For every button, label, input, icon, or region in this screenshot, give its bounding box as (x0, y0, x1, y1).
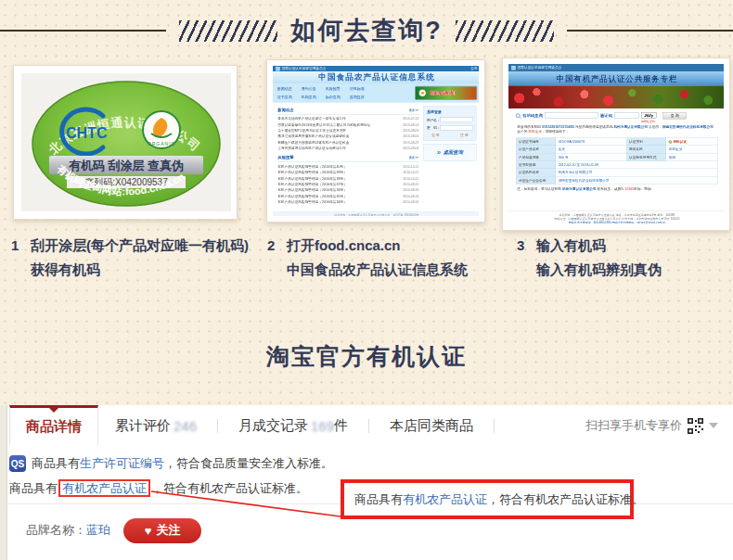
organic-logo-text: ORGANIC (148, 141, 175, 146)
section-title-row: 如何去查询? (0, 13, 733, 48)
site2-query-form: 有机码查询 验证码 262y 刷新验证码 查 询 (508, 108, 724, 122)
reviews-count: 246 (174, 418, 197, 434)
organic-cert-callout-box: 商品具有有机农产品认证，符合有机农产品认证标准。 (341, 479, 634, 519)
site1-nav-item: 法规标准 (350, 86, 365, 92)
site2-search-button: 查 询 (663, 112, 687, 119)
risk-item: 有机产品认证风险预警信息（2010年第34号）2010-08-16 (277, 199, 418, 205)
site1-nav-item: 通知公告 (302, 86, 316, 92)
site2-refresh-captcha-link: 刷新验证码 (641, 119, 655, 124)
table-row: 认证机构名称 杭州万泰认证有限公司 (516, 169, 718, 176)
heart-icon: ♥ (145, 524, 152, 538)
product-tabbar: 商品详情 累计评价 246 月成交记录 169 件 本店同类商品 扫扫享手机专享… (7, 405, 733, 446)
site2-query-label: 有机码查询 (522, 113, 543, 119)
production-license-link[interactable]: 生产许可证编号 (80, 456, 164, 470)
qr-code-icon (688, 418, 703, 434)
site1-news-header: 新闻动态 (277, 107, 293, 112)
slash-decoration-right-icon (456, 20, 554, 42)
site1-agency-name: 国家认证认可监督管理委员会 (282, 66, 327, 70)
organic-cert-badge-icon (669, 140, 672, 143)
site1-login-link: 登录 (470, 66, 477, 70)
site1-organic-code-banner: 有机码查询 (415, 86, 477, 100)
step2-line1: 打开food.cnca.cn (287, 234, 468, 258)
site1-password-input (441, 125, 473, 130)
site2-agency-name: 国家认证认可监督管理委员会 (518, 65, 562, 70)
site1-nav-item: 标识查询 (326, 95, 341, 100)
cnca-site-screenshot: 国家认证认可监督管理委员会 登录 中国食品农产品认证信息系统 新闻动态 通知公告… (273, 66, 479, 216)
slash-decoration-left-icon (179, 20, 277, 42)
chevron-down-icon (709, 423, 718, 428)
table-row: 产品包装规格 300 克 认证标志使用方式 加贴 (516, 153, 718, 160)
how-to-query-section: 如何去查询? (0, 0, 733, 405)
site2-code-input (546, 113, 598, 119)
taobao-cert-title: 淘宝官方有机认证 (0, 341, 733, 372)
qs-cert-line: QS 商品具有生产许可证编号，符合食品质量安全准入标准。 (9, 455, 333, 472)
site1-news-more-link: 更多>> (409, 108, 419, 112)
step1-line1: 刮开涂层(每个产品对应唯一有机码) (31, 234, 249, 258)
page: 如何去查询? (0, 0, 733, 560)
title-rule-right (567, 30, 733, 32)
tab-reviews[interactable]: 累计评价 246 (98, 405, 213, 446)
site2-header: 中国有机产品认证公共服务专栏 (508, 71, 724, 85)
site2-result-text: 您查询的有机码 0191225167217b693 对应的商品信息应该是由-杭州… (508, 122, 724, 136)
tab-separator (217, 419, 218, 433)
site1-login-button: 登 录 (431, 133, 439, 137)
organic-sticker-photo: 北京五洲恒通认证有限公司 CHTC ORGANIC 有机码 刮涂层 查真伪 序列… (21, 73, 231, 211)
step3-line1: 输入有机码 (536, 234, 662, 258)
tab-similar-items[interactable]: 本店同类商品 (373, 405, 490, 446)
step3-image-card: 国家认证认可监督管理委员会 中国有机产品认证公共服务专栏 有机码查询 验证码 2… (502, 57, 730, 231)
site2-footer: 版权所有：中国国家认证认可监督管理委员会 地址：北京市海淀区马甸东路9号 邮编：… (508, 211, 724, 224)
step-1: 1 刮开涂层(每个产品对应唯一有机码) 获得有机码 (11, 234, 249, 282)
site1-title: 中国食品农产品认证信息系统 (318, 72, 435, 83)
site1-risk-list: 有机产品认证风险预警信息（2010年第40号）2010-10-12 有机产品认证… (277, 162, 419, 208)
step2-line2: 中国食品农产品认证信息系统 (287, 258, 468, 282)
site2-fruit-banner-image (508, 85, 724, 108)
site2-note: 注：如有疑问，请与认证机构 杭州万泰认证有限公司 联系核实，或拨打12365申诉… (517, 187, 716, 192)
site1-register-button: 注 册 (460, 133, 468, 137)
organic-cert-line: 商品具有有机农产品认证，符合有机农产品认证标准。 (9, 480, 308, 497)
site1-news-list: 青岛市启动有机产品认证监管一体化专项工作2014-07-14 国家认监委举办20… (277, 114, 419, 154)
site2-topbar: 国家认证认可监督管理委员会 (508, 64, 724, 71)
site2-title: 中国有机产品认证公共服务专栏 (557, 73, 678, 84)
table-row: 证书有效期 2012-02-10 至 2013-02-09 (516, 160, 718, 168)
site1-body: 新闻动态 更多>> 青岛市启动有机产品认证监管一体化专项工作2014-07-14… (273, 103, 479, 212)
desktop-query-icon: » (437, 148, 441, 157)
qs-badge-icon: QS (9, 455, 26, 472)
title-rule-left (0, 30, 166, 32)
taobao-product-section: 商品详情 累计评价 246 月成交记录 169 件 本店同类商品 扫扫享手机专享… (0, 405, 733, 560)
step-2: 2 打开food.cnca.cn 中国食品农产品认证信息系统 (267, 234, 468, 282)
tab-separator (494, 419, 495, 433)
site1-nav-item: 咨询投诉 (350, 95, 365, 100)
site1-banner-text: 有机码查询 (430, 90, 455, 96)
follow-button[interactable]: ♥ 关注 (123, 518, 201, 543)
brand-name-link[interactable]: 蓝珀 (86, 523, 110, 537)
site2-cert-table: 认证证书编号 015OGA1200076 认证类别 有机认证 认证产品名称 生菜… (516, 137, 718, 184)
site1-username-input (441, 118, 473, 122)
table-row: 认证产品名称 生菜 商品名称 有机生菜 (516, 146, 718, 153)
site1-login-title: 系统登录 (427, 109, 473, 115)
brand-row: 品牌名称：蓝珀 ♥ 关注 (26, 516, 201, 544)
organic-cert-link-highlighted[interactable]: 有机农产品认证 (58, 479, 150, 497)
section-title: 如何去查询? (290, 14, 443, 47)
tab-product-detail[interactable]: 商品详情 (9, 405, 98, 446)
sticker-scratch-band-text: 有机码 刮涂层 查真伪 (68, 159, 184, 172)
site1-nav-item: 新闻动态 (277, 86, 292, 92)
step1-line2: 获得有机码 (31, 258, 249, 282)
site1-nav-item: 证书查询 (277, 95, 292, 100)
step1-image-card: 北京五洲恒通认证有限公司 CHTC ORGANIC 有机码 刮涂层 查真伪 序列… (13, 65, 238, 220)
site1-header: 中国食品农产品认证信息系统 (273, 71, 479, 83)
page-left-edge (0, 405, 7, 560)
mobile-price-scan[interactable]: 扫扫享手机专享价 (585, 417, 733, 434)
site1-nav-item: 风险预警 (326, 86, 341, 92)
scan-label: 扫扫享手机专享价 (585, 417, 682, 434)
site1-nav-item: 机构查询 (302, 95, 316, 100)
site1-login-panel: 系统登录 用户名： 密 码： 登 录 注 册 (424, 107, 477, 141)
site1-organic-badge-icon (418, 89, 427, 97)
site2-captcha-image: 262y 刷新验证码 (641, 113, 656, 119)
news-item: 上海市质监局启动有机产品认证专项整治工作2013-09-04 (277, 146, 418, 151)
sales-count: 169 (311, 418, 334, 434)
tab-monthly-sales[interactable]: 月成交记录 169 件 (222, 405, 365, 446)
step2-image-card: 国家认证认可监督管理委员会 登录 中国食品农产品认证信息系统 新闻动态 通知公告… (266, 59, 485, 223)
brand-label: 品牌名称： (26, 523, 86, 537)
site1-footer: 版权所有：中国国家认证认可监督管理委员会 京ICP备 19000000号 (273, 211, 479, 216)
site1-risk-more-link: 更多>> (409, 156, 419, 160)
